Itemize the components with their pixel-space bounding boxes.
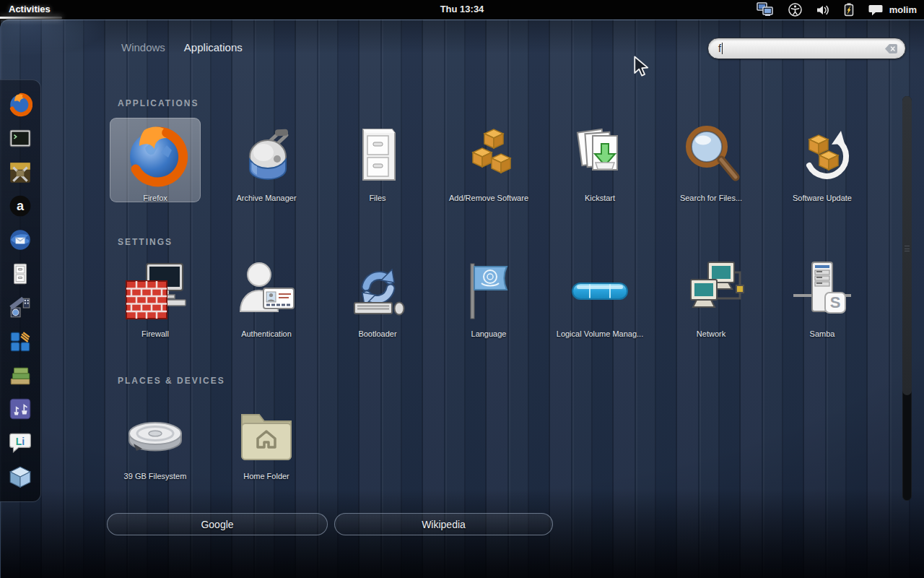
app-tile-kickstart[interactable]: Kickstart [554, 118, 645, 202]
dock-terminal-icon[interactable] [6, 125, 34, 152]
app-label: Software Update [793, 194, 852, 202]
system-tray: molim [757, 0, 917, 20]
place-label: Home Folder [243, 472, 289, 480]
dash-dock: a [0, 79, 41, 502]
svg-text:Li: Li [16, 436, 25, 447]
app-label: Firefox [143, 194, 167, 202]
mouse-cursor [633, 56, 650, 80]
archive-manager-icon [232, 121, 301, 190]
search-input[interactable]: f [707, 38, 906, 59]
app-label: Language [471, 329, 507, 338]
network-settings-icon [676, 256, 746, 326]
search-value: f [718, 43, 721, 54]
home-folder-icon [232, 399, 301, 468]
dock-puzzle-game-icon[interactable] [6, 328, 34, 355]
settings-row: Firewall Authentication [100, 254, 878, 338]
activities-active-indicator [0, 17, 62, 19]
dock-fighting-game-icon[interactable] [6, 159, 34, 186]
app-tile-add-remove-software[interactable]: Add/Remove Software [443, 118, 534, 202]
places-row: 39 GB Filesystem Home Folder [100, 396, 322, 480]
dock-thunderbird-icon[interactable] [6, 226, 34, 254]
language-icon [454, 256, 523, 326]
app-label: Firewall [141, 329, 169, 338]
app-tile-network[interactable]: Network [666, 254, 757, 338]
overview-scrollbar[interactable] [902, 96, 912, 501]
dock-books-icon[interactable] [6, 362, 34, 389]
authentication-icon [232, 256, 301, 326]
accessibility-icon[interactable] [788, 3, 802, 17]
dock-li-chat-icon[interactable]: Li [6, 429, 34, 457]
tab-windows[interactable]: Windows [121, 41, 165, 53]
app-label: Search for Files... [680, 194, 742, 202]
app-tile-files[interactable]: Files [332, 118, 423, 202]
app-tile-language[interactable]: Language [443, 254, 534, 338]
search-provider-wikipedia[interactable]: Wikipedia [334, 513, 553, 535]
filesystem-icon [121, 399, 190, 468]
app-label: Samba [810, 329, 835, 338]
firefox-icon [121, 121, 190, 190]
dock-strategy-game-icon[interactable] [6, 395, 34, 423]
svg-text:S: S [830, 293, 841, 311]
place-tile-home-folder[interactable]: Home Folder [221, 396, 312, 480]
view-selector: Windows Applications [121, 41, 243, 53]
app-label: Logical Volume Manag... [557, 329, 643, 338]
applications-row: Firefox Archive Manager [100, 118, 878, 202]
section-title-places: PLACES & DEVICES [118, 376, 225, 386]
bootloader-icon [343, 256, 412, 326]
kickstart-icon [565, 121, 635, 190]
app-label: Files [369, 194, 385, 202]
clock[interactable]: Thu 13:34 [440, 4, 484, 14]
place-label: 39 GB Filesystem [124, 472, 187, 480]
dock-firefox-icon[interactable] [6, 91, 34, 118]
app-tile-firefox[interactable]: Firefox [110, 118, 201, 202]
dock-virtualbox-icon[interactable] [6, 463, 34, 491]
section-title-applications: APPLICATIONS [118, 98, 199, 108]
scrollbar-thumb[interactable] [902, 96, 912, 395]
firewall-icon [121, 256, 190, 326]
dock-video-editor-icon[interactable] [6, 294, 34, 322]
software-update-icon [788, 121, 857, 190]
app-label: Archive Manager [236, 194, 296, 202]
app-tile-software-update[interactable]: Software Update [777, 118, 868, 202]
search-for-files-icon [676, 121, 746, 190]
place-tile-filesystem[interactable]: 39 GB Filesystem [110, 396, 201, 480]
app-tile-firewall[interactable]: Firewall [110, 254, 201, 338]
section-title-settings: SETTINGS [118, 237, 173, 247]
activities-button[interactable]: Activities [9, 4, 51, 14]
samba-icon: S [788, 256, 857, 326]
add-remove-software-icon [454, 121, 523, 190]
app-label: Network [697, 329, 725, 338]
dock-file-manager-icon[interactable] [6, 260, 34, 288]
svg-text:a: a [17, 199, 25, 214]
app-label: Add/Remove Software [449, 194, 528, 202]
app-tile-samba[interactable]: S Samba [777, 254, 868, 338]
app-label: Kickstart [585, 194, 615, 202]
network-icon[interactable] [757, 2, 775, 17]
username[interactable]: molim [889, 4, 917, 15]
dock-amarok-icon[interactable]: a [6, 192, 34, 220]
search-provider-google[interactable]: Google [107, 513, 328, 535]
scrollbar-grip [905, 246, 910, 251]
clear-backspace-icon[interactable] [884, 43, 898, 54]
app-label: Bootloader [358, 329, 396, 338]
app-label: Authentication [241, 329, 292, 338]
app-tile-archive-manager[interactable]: Archive Manager [221, 118, 312, 202]
files-icon [343, 121, 412, 190]
top-bar: Activities Thu 13:34 [0, 0, 924, 20]
app-tile-lvm[interactable]: Logical Volume Manag... [554, 254, 645, 338]
app-tile-search-for-files[interactable]: Search for Files... [666, 118, 757, 202]
battery-icon[interactable] [844, 3, 855, 17]
lvm-icon [565, 256, 635, 326]
chat-icon[interactable] [868, 4, 883, 17]
volume-icon[interactable] [816, 4, 830, 17]
app-tile-authentication[interactable]: Authentication [221, 254, 312, 338]
tab-applications[interactable]: Applications [184, 41, 243, 53]
text-caret [722, 43, 723, 54]
app-tile-bootloader[interactable]: Bootloader [332, 254, 423, 338]
